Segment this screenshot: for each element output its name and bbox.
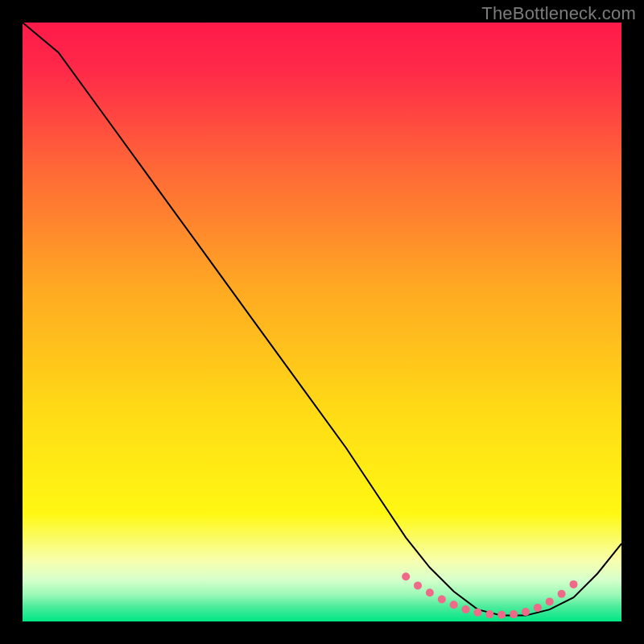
- trough-marker-dot: [546, 597, 554, 605]
- trough-marker-dot: [473, 609, 481, 617]
- trough-marker-dot: [426, 588, 434, 597]
- trough-marker-dot: [510, 610, 518, 618]
- trough-marker-dot: [522, 608, 530, 616]
- trough-marker-dot: [485, 610, 493, 618]
- watermark-text: TheBottleneck.com: [481, 3, 636, 24]
- trough-marker-dot: [534, 604, 542, 612]
- trough-marker-dot: [450, 601, 458, 609]
- trough-marker-dot: [570, 580, 578, 588]
- trough-marker-dot: [497, 611, 506, 619]
- chart-background: [23, 23, 621, 621]
- trough-marker-dot: [414, 581, 422, 589]
- trough-marker-dot: [462, 605, 470, 613]
- chart-frame: TheBottleneck.com: [0, 0, 644, 644]
- trough-marker-dot: [558, 590, 566, 598]
- chart-svg: [23, 23, 621, 621]
- trough-marker-dot: [402, 572, 410, 580]
- trough-marker-dot: [438, 596, 446, 604]
- chart-plot: [23, 23, 621, 621]
